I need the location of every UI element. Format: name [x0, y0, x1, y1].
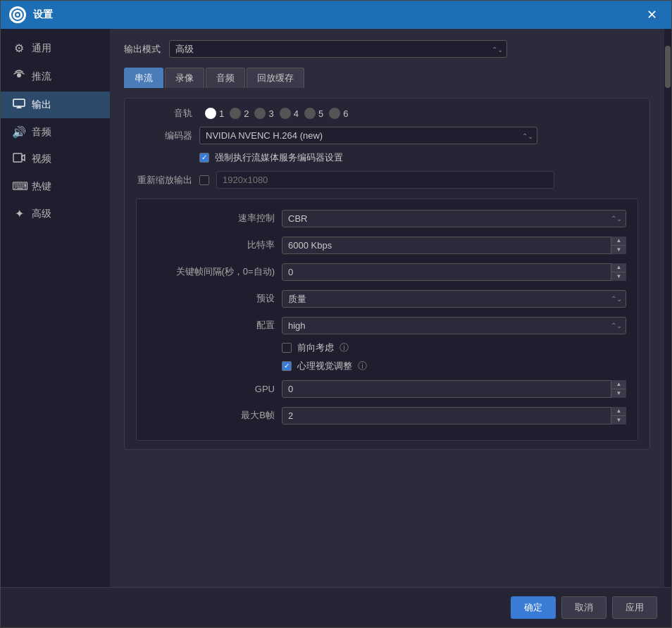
track-3: 3: [254, 108, 273, 119]
sidebar-label-output: 输出: [32, 99, 51, 111]
titlebar: 设置 ✕: [1, 1, 671, 29]
cancel-button[interactable]: 取消: [561, 596, 606, 619]
track-6: 6: [329, 108, 348, 119]
app-icon: [9, 6, 26, 23]
lookahead-label: 前向考虑: [297, 341, 334, 354]
max-bframes-spin-buttons: ▲ ▼: [611, 407, 626, 425]
keyframe-spinbox: ▲ ▼: [282, 263, 626, 281]
keyframe-down[interactable]: ▼: [611, 272, 626, 281]
svg-point-3: [17, 73, 21, 77]
track-5-radio[interactable]: [304, 108, 316, 119]
max-bframes-label: 最大B帧: [148, 409, 275, 422]
video-icon: [12, 153, 26, 165]
rescale-row: 重新缩放输出: [136, 171, 638, 189]
stream-form: 音轨 1 2 3: [124, 98, 650, 450]
track-1: 1: [205, 108, 224, 119]
sidebar-item-stream[interactable]: 推流: [1, 62, 110, 92]
advanced-icon: ✦: [12, 207, 26, 220]
close-button[interactable]: ✕: [641, 4, 663, 25]
sidebar-item-hotkeys[interactable]: ⌨ 热键: [1, 172, 110, 200]
main-content: 输出模式 简单 高级 串流 录像 音频: [110, 29, 664, 587]
track-2-radio[interactable]: [230, 108, 241, 119]
audio-tracks-row: 音轨 1 2 3: [136, 107, 638, 120]
rate-control-row: 速率控制 CBR VBR CQP Lossless: [148, 208, 626, 229]
keyframe-input[interactable]: [282, 263, 626, 281]
track-3-radio[interactable]: [254, 108, 266, 119]
profile-label: 配置: [148, 319, 275, 332]
track-4: 4: [280, 108, 299, 119]
bitrate-label: 比特率: [148, 239, 275, 251]
bitrate-down[interactable]: ▼: [611, 246, 626, 254]
psycho-visual-info-icon: ⓘ: [358, 360, 367, 372]
sidebar-item-general[interactable]: ⚙ 通用: [1, 34, 110, 62]
tab-stream[interactable]: 串流: [124, 68, 163, 88]
rescale-input[interactable]: [216, 171, 554, 189]
lookahead-checkbox[interactable]: [282, 343, 292, 353]
gpu-row: GPU ▲ ▼: [148, 378, 626, 399]
sidebar-item-video[interactable]: 视频: [1, 146, 110, 172]
output-mode-select[interactable]: 简单 高级: [169, 40, 507, 58]
max-bframes-down[interactable]: ▼: [611, 416, 626, 425]
sidebar-item-output[interactable]: 输出: [1, 92, 110, 118]
track-5-label: 5: [318, 108, 323, 119]
force-encoder-checkbox[interactable]: ✓: [199, 153, 209, 163]
content-area: ⚙ 通用 推流: [1, 29, 671, 587]
sidebar-item-advanced[interactable]: ✦ 高级: [1, 200, 110, 227]
track-4-radio[interactable]: [280, 108, 291, 119]
rate-control-label: 速率控制: [148, 212, 275, 225]
stream-icon: [12, 69, 26, 84]
bitrate-input[interactable]: [282, 237, 626, 254]
keyboard-icon: ⌨: [12, 180, 26, 193]
sidebar-label-general: 通用: [32, 42, 51, 55]
tab-replay[interactable]: 回放缓存: [247, 68, 304, 88]
max-bframes-input[interactable]: [282, 407, 626, 425]
keyframe-up[interactable]: ▲: [611, 263, 626, 272]
bottom-bar: 确定 取消 应用: [1, 587, 671, 627]
gpu-down[interactable]: ▼: [611, 389, 626, 398]
apply-button[interactable]: 应用: [612, 596, 657, 619]
rate-control-select[interactable]: CBR VBR CQP Lossless: [282, 210, 626, 227]
preset-select[interactable]: 质量 性能 最大质量: [282, 290, 626, 308]
keyframe-row: 关键帧间隔(秒，0=自动) ▲ ▼: [148, 261, 626, 282]
audio-tracks-label: 音轨: [136, 107, 192, 120]
window-title: 设置: [33, 8, 641, 21]
max-bframes-row: 最大B帧 ▲ ▼: [148, 405, 626, 426]
track-6-label: 6: [343, 108, 348, 119]
sidebar: ⚙ 通用 推流: [1, 29, 110, 587]
rescale-checkbox[interactable]: [199, 175, 209, 185]
preset-select-wrapper: 质量 性能 最大质量: [282, 290, 626, 308]
bitrate-spin-buttons: ▲ ▼: [611, 237, 626, 254]
ok-button[interactable]: 确定: [511, 596, 556, 619]
output-mode-label: 输出模式: [124, 43, 161, 56]
sidebar-label-audio: 音频: [32, 126, 51, 139]
bitrate-up[interactable]: ▲: [611, 237, 626, 246]
scrollbar-thumb[interactable]: [665, 46, 671, 88]
output-icon: [12, 99, 26, 111]
tab-record[interactable]: 录像: [165, 68, 204, 88]
sidebar-label-advanced: 高级: [32, 208, 51, 220]
sidebar-item-audio[interactable]: 🔊 音频: [1, 118, 110, 146]
psycho-visual-row: ✓ 心理视觉调整 ⓘ: [148, 360, 626, 372]
track-4-label: 4: [294, 108, 299, 119]
track-6-radio[interactable]: [329, 108, 340, 119]
keyframe-spin-buttons: ▲ ▼: [611, 263, 626, 281]
gpu-up[interactable]: ▲: [611, 380, 626, 389]
force-encoder-row: ✓ 强制执行流媒体服务编码器设置: [136, 151, 638, 164]
track-3-label: 3: [268, 108, 273, 119]
profile-row: 配置 high main baseline: [148, 315, 626, 336]
psycho-visual-checkbox[interactable]: ✓: [282, 361, 292, 371]
bitrate-row: 比特率 ▲ ▼: [148, 234, 626, 256]
encoder-select[interactable]: NVIDIA NVENC H.264 (new): [199, 127, 537, 144]
svg-rect-4: [13, 99, 25, 106]
scrollbar[interactable]: [664, 29, 671, 587]
encoder-label: 编码器: [136, 130, 192, 142]
audio-icon: 🔊: [12, 125, 26, 139]
gpu-input[interactable]: [282, 380, 626, 398]
gear-icon: ⚙: [12, 42, 26, 55]
max-bframes-up[interactable]: ▲: [611, 407, 626, 416]
track-1-radio[interactable]: [205, 108, 216, 119]
sidebar-label-stream: 推流: [32, 70, 51, 83]
svg-rect-5: [13, 153, 22, 162]
tab-audio2[interactable]: 音频: [206, 68, 245, 88]
profile-select[interactable]: high main baseline: [282, 317, 626, 334]
